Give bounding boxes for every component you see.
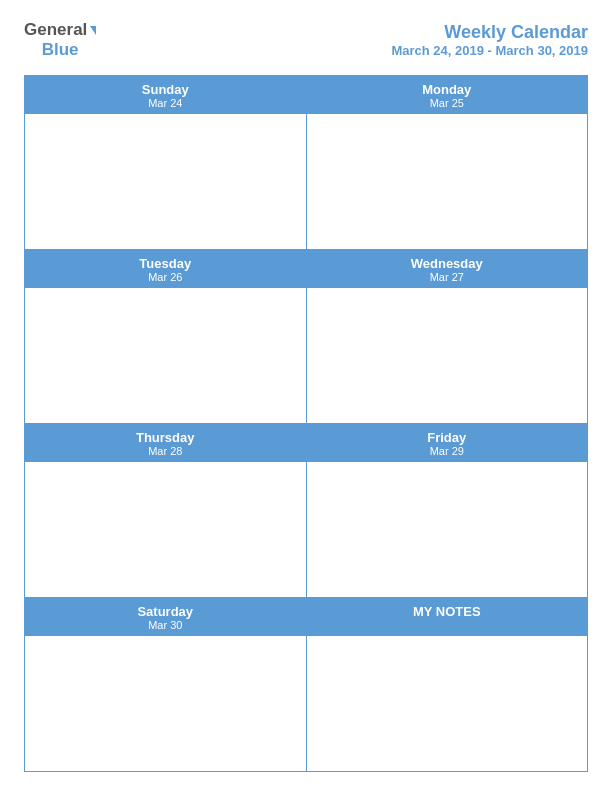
saturday-label: Saturday	[29, 604, 302, 619]
page-header: GeneralBlue Weekly Calendar March 24, 20…	[24, 20, 588, 61]
thursday-body-cell[interactable]	[25, 462, 307, 597]
calendar-grid: Sunday Mar 24 Monday Mar 25 Tuesday Mar …	[24, 75, 588, 772]
sunday-body-cell[interactable]	[25, 114, 307, 249]
row3-header: Thursday Mar 28 Friday Mar 29	[25, 424, 587, 462]
calendar-row-1: Sunday Mar 24 Monday Mar 25	[25, 76, 587, 249]
saturday-body-cell[interactable]	[25, 636, 307, 771]
calendar-title: Weekly Calendar	[391, 22, 588, 43]
row1-header: Sunday Mar 24 Monday Mar 25	[25, 76, 587, 114]
logo: GeneralBlue	[24, 20, 96, 61]
friday-body-cell[interactable]	[307, 462, 588, 597]
header-title-area: Weekly Calendar March 24, 2019 - March 3…	[391, 22, 588, 58]
notes-body-cell[interactable]	[307, 636, 588, 771]
friday-label: Friday	[311, 430, 584, 445]
monday-header-cell: Monday Mar 25	[307, 76, 588, 114]
row1-body	[25, 114, 587, 249]
page: GeneralBlue Weekly Calendar March 24, 20…	[0, 0, 612, 792]
sunday-header-cell: Sunday Mar 24	[25, 76, 307, 114]
calendar-row-4: Saturday Mar 30 MY NOTES	[25, 597, 587, 771]
wednesday-body-cell[interactable]	[307, 288, 588, 423]
wednesday-header-cell: Wednesday Mar 27	[307, 250, 588, 288]
thursday-date: Mar 28	[29, 445, 302, 457]
logo-arrow-icon	[90, 26, 96, 35]
saturday-header-cell: Saturday Mar 30	[25, 598, 307, 636]
row4-body	[25, 636, 587, 771]
thursday-label: Thursday	[29, 430, 302, 445]
friday-header-cell: Friday Mar 29	[307, 424, 588, 462]
monday-body-cell[interactable]	[307, 114, 588, 249]
logo-general-text: General	[24, 20, 87, 40]
notes-header-cell: MY NOTES	[307, 598, 588, 636]
tuesday-body-cell[interactable]	[25, 288, 307, 423]
row2-header: Tuesday Mar 26 Wednesday Mar 27	[25, 250, 587, 288]
calendar-date-range: March 24, 2019 - March 30, 2019	[391, 43, 588, 58]
logo-blue-text: Blue	[42, 40, 79, 60]
tuesday-header-cell: Tuesday Mar 26	[25, 250, 307, 288]
tuesday-date: Mar 26	[29, 271, 302, 283]
row3-body	[25, 462, 587, 597]
tuesday-label: Tuesday	[29, 256, 302, 271]
notes-label: MY NOTES	[311, 604, 584, 619]
monday-date: Mar 25	[311, 97, 584, 109]
calendar-row-2: Tuesday Mar 26 Wednesday Mar 27	[25, 249, 587, 423]
calendar-row-3: Thursday Mar 28 Friday Mar 29	[25, 423, 587, 597]
row2-body	[25, 288, 587, 423]
sunday-date: Mar 24	[29, 97, 302, 109]
sunday-label: Sunday	[29, 82, 302, 97]
monday-label: Monday	[311, 82, 584, 97]
row4-header: Saturday Mar 30 MY NOTES	[25, 598, 587, 636]
saturday-date: Mar 30	[29, 619, 302, 631]
friday-date: Mar 29	[311, 445, 584, 457]
thursday-header-cell: Thursday Mar 28	[25, 424, 307, 462]
wednesday-label: Wednesday	[311, 256, 584, 271]
wednesday-date: Mar 27	[311, 271, 584, 283]
